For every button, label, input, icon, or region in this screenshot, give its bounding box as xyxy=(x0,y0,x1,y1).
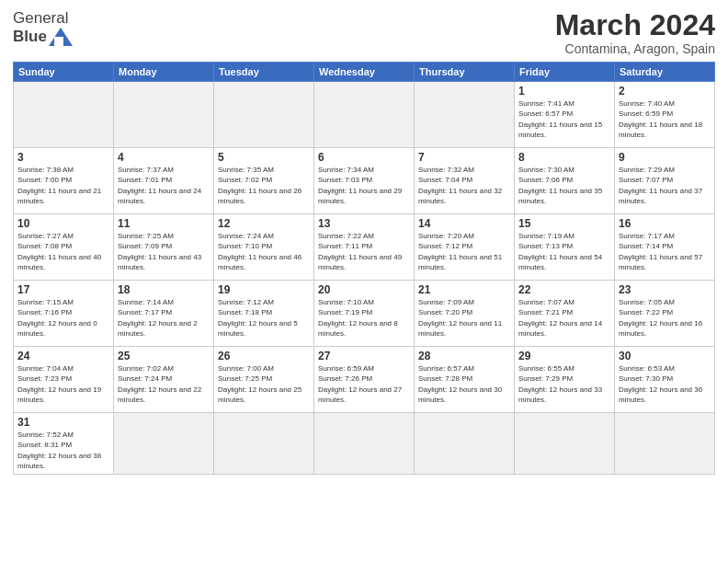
day-number: 12 xyxy=(218,217,310,230)
calendar-cell xyxy=(114,413,214,475)
calendar-cell: 30Sunrise: 6:53 AMSunset: 7:30 PMDayligh… xyxy=(615,347,715,413)
calendar-week-4: 17Sunrise: 7:15 AMSunset: 7:16 PMDayligh… xyxy=(14,281,715,347)
day-info: Sunrise: 7:20 AMSunset: 7:12 PMDaylight:… xyxy=(418,231,510,272)
day-info: Sunrise: 7:41 AMSunset: 6:57 PMDaylight:… xyxy=(518,98,610,140)
day-number: 23 xyxy=(619,283,711,296)
calendar-cell: 8Sunrise: 7:30 AMSunset: 7:06 PMDaylight… xyxy=(515,148,615,214)
calendar-cell xyxy=(14,82,114,148)
day-info: Sunrise: 7:25 AMSunset: 7:09 PMDaylight:… xyxy=(118,231,210,272)
day-info: Sunrise: 7:17 AMSunset: 7:14 PMDaylight:… xyxy=(619,231,711,272)
day-info: Sunrise: 7:34 AMSunset: 7:03 PMDaylight:… xyxy=(318,165,410,206)
calendar-cell: 31Sunrise: 7:52 AMSunset: 8:31 PMDayligh… xyxy=(14,413,114,475)
day-info: Sunrise: 7:37 AMSunset: 7:01 PMDaylight:… xyxy=(118,165,210,206)
calendar-week-3: 10Sunrise: 7:27 AMSunset: 7:08 PMDayligh… xyxy=(14,214,715,281)
day-number: 19 xyxy=(218,283,310,296)
day-header-friday: Friday xyxy=(515,63,615,82)
calendar-cell: 12Sunrise: 7:24 AMSunset: 7:10 PMDayligh… xyxy=(214,214,314,281)
calendar-cell xyxy=(214,82,314,148)
day-number: 20 xyxy=(318,283,410,296)
calendar-cell: 2Sunrise: 7:40 AMSunset: 6:59 PMDaylight… xyxy=(615,82,715,148)
day-number: 3 xyxy=(17,151,109,164)
day-info: Sunrise: 7:00 AMSunset: 7:25 PMDaylight:… xyxy=(218,363,310,405)
day-header-thursday: Thursday xyxy=(415,63,515,82)
calendar-body: 1Sunrise: 7:41 AMSunset: 6:57 PMDaylight… xyxy=(14,82,715,475)
calendar-cell: 28Sunrise: 6:57 AMSunset: 7:28 PMDayligh… xyxy=(415,347,515,413)
calendar-cell: 25Sunrise: 7:02 AMSunset: 7:24 PMDayligh… xyxy=(114,347,214,413)
month-title: March 2024 xyxy=(555,9,715,41)
calendar-cell: 6Sunrise: 7:34 AMSunset: 7:03 PMDaylight… xyxy=(314,148,415,214)
svg-marker-1 xyxy=(54,37,63,46)
calendar-cell xyxy=(214,413,314,475)
day-number: 16 xyxy=(619,217,711,230)
calendar-week-6: 31Sunrise: 7:52 AMSunset: 8:31 PMDayligh… xyxy=(14,413,715,475)
day-info: Sunrise: 7:12 AMSunset: 7:18 PMDaylight:… xyxy=(218,297,310,339)
calendar-cell: 16Sunrise: 7:17 AMSunset: 7:14 PMDayligh… xyxy=(615,214,715,281)
day-info: Sunrise: 7:38 AMSunset: 7:00 PMDaylight:… xyxy=(17,165,109,206)
day-info: Sunrise: 7:40 AMSunset: 6:59 PMDaylight:… xyxy=(619,98,711,140)
day-number: 4 xyxy=(118,151,210,164)
calendar-cell: 20Sunrise: 7:10 AMSunset: 7:19 PMDayligh… xyxy=(314,281,415,347)
calendar-table: SundayMondayTuesdayWednesdayThursdayFrid… xyxy=(13,62,715,475)
calendar-cell xyxy=(615,413,715,475)
calendar-cell: 1Sunrise: 7:41 AMSunset: 6:57 PMDaylight… xyxy=(515,82,615,148)
calendar-week-2: 3Sunrise: 7:38 AMSunset: 7:00 PMDaylight… xyxy=(14,148,715,214)
day-number: 10 xyxy=(17,217,109,230)
day-number: 1 xyxy=(518,85,610,98)
days-of-week-row: SundayMondayTuesdayWednesdayThursdayFrid… xyxy=(14,63,715,82)
day-info: Sunrise: 6:55 AMSunset: 7:29 PMDaylight:… xyxy=(518,363,610,405)
day-info: Sunrise: 7:19 AMSunset: 7:13 PMDaylight:… xyxy=(518,231,610,272)
logo-blue-text: Blue xyxy=(13,28,47,46)
calendar-cell xyxy=(415,413,515,475)
calendar-week-1: 1Sunrise: 7:41 AMSunset: 6:57 PMDaylight… xyxy=(14,82,715,148)
calendar-cell: 10Sunrise: 7:27 AMSunset: 7:08 PMDayligh… xyxy=(14,214,114,281)
day-number: 25 xyxy=(118,350,210,362)
calendar-cell: 23Sunrise: 7:05 AMSunset: 7:22 PMDayligh… xyxy=(615,281,715,347)
day-number: 30 xyxy=(619,350,711,362)
calendar-cell: 13Sunrise: 7:22 AMSunset: 7:11 PMDayligh… xyxy=(314,214,415,281)
day-info: Sunrise: 7:09 AMSunset: 7:20 PMDaylight:… xyxy=(418,297,510,339)
calendar-cell xyxy=(314,82,415,148)
day-info: Sunrise: 7:52 AMSunset: 8:31 PMDaylight:… xyxy=(17,430,109,471)
calendar-week-5: 24Sunrise: 7:04 AMSunset: 7:23 PMDayligh… xyxy=(14,347,715,413)
calendar-cell: 22Sunrise: 7:07 AMSunset: 7:21 PMDayligh… xyxy=(515,281,615,347)
day-header-saturday: Saturday xyxy=(615,63,715,82)
day-info: Sunrise: 7:04 AMSunset: 7:23 PMDaylight:… xyxy=(17,363,109,405)
day-info: Sunrise: 6:53 AMSunset: 7:30 PMDaylight:… xyxy=(619,363,711,405)
day-number: 6 xyxy=(318,151,410,164)
calendar-cell: 11Sunrise: 7:25 AMSunset: 7:09 PMDayligh… xyxy=(114,214,214,281)
calendar-header: General Blue March 2024 Contamina, Arago… xyxy=(13,9,715,56)
calendar-cell: 4Sunrise: 7:37 AMSunset: 7:01 PMDaylight… xyxy=(114,148,214,214)
day-number: 22 xyxy=(518,283,610,296)
day-info: Sunrise: 7:10 AMSunset: 7:19 PMDaylight:… xyxy=(318,297,410,339)
title-block: March 2024 Contamina, Aragon, Spain xyxy=(555,9,715,56)
calendar-cell: 14Sunrise: 7:20 AMSunset: 7:12 PMDayligh… xyxy=(415,214,515,281)
calendar-cell: 5Sunrise: 7:35 AMSunset: 7:02 PMDaylight… xyxy=(214,148,314,214)
day-number: 5 xyxy=(218,151,310,164)
day-number: 21 xyxy=(418,283,510,296)
calendar-cell: 24Sunrise: 7:04 AMSunset: 7:23 PMDayligh… xyxy=(14,347,114,413)
calendar-cell: 18Sunrise: 7:14 AMSunset: 7:17 PMDayligh… xyxy=(114,281,214,347)
calendar-cell: 29Sunrise: 6:55 AMSunset: 7:29 PMDayligh… xyxy=(515,347,615,413)
day-info: Sunrise: 7:29 AMSunset: 7:07 PMDaylight:… xyxy=(619,165,711,206)
day-header-wednesday: Wednesday xyxy=(314,63,415,82)
calendar-header-row: SundayMondayTuesdayWednesdayThursdayFrid… xyxy=(14,63,715,82)
day-number: 24 xyxy=(17,350,109,362)
day-info: Sunrise: 6:59 AMSunset: 7:26 PMDaylight:… xyxy=(318,363,410,405)
calendar-page: General Blue March 2024 Contamina, Arago… xyxy=(0,0,728,563)
day-number: 27 xyxy=(318,350,410,362)
day-info: Sunrise: 7:15 AMSunset: 7:16 PMDaylight:… xyxy=(17,297,109,339)
day-info: Sunrise: 6:57 AMSunset: 7:28 PMDaylight:… xyxy=(418,363,510,405)
day-info: Sunrise: 7:07 AMSunset: 7:21 PMDaylight:… xyxy=(518,297,610,339)
calendar-cell xyxy=(415,82,515,148)
day-info: Sunrise: 7:22 AMSunset: 7:11 PMDaylight:… xyxy=(318,231,410,272)
day-number: 17 xyxy=(17,283,109,296)
logo: General Blue xyxy=(13,9,73,46)
calendar-cell: 21Sunrise: 7:09 AMSunset: 7:20 PMDayligh… xyxy=(415,281,515,347)
calendar-cell: 26Sunrise: 7:00 AMSunset: 7:25 PMDayligh… xyxy=(214,347,314,413)
logo-wordmark: General Blue xyxy=(13,9,73,46)
calendar-cell: 15Sunrise: 7:19 AMSunset: 7:13 PMDayligh… xyxy=(515,214,615,281)
calendar-cell xyxy=(515,413,615,475)
day-info: Sunrise: 7:27 AMSunset: 7:08 PMDaylight:… xyxy=(17,231,109,272)
day-info: Sunrise: 7:30 AMSunset: 7:06 PMDaylight:… xyxy=(518,165,610,206)
day-number: 18 xyxy=(118,283,210,296)
